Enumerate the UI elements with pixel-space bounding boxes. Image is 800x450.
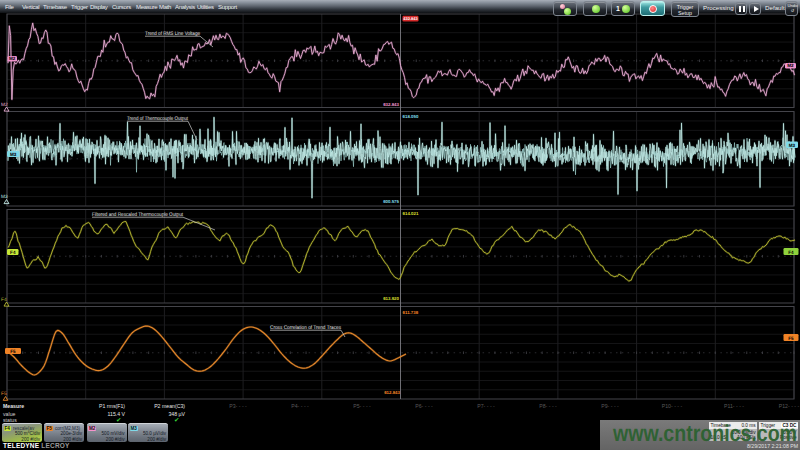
svg-text:632.843: 632.843 — [383, 102, 399, 107]
svg-text:F4: F4 — [10, 250, 16, 255]
svg-text:612.843: 612.843 — [384, 390, 400, 395]
svg-text:M2: M2 — [9, 56, 16, 61]
svg-text:M2: M2 — [787, 63, 794, 68]
svg-text:F5: F5 — [10, 349, 16, 354]
svg-text:F4: F4 — [788, 250, 794, 255]
svg-text:M3: M3 — [10, 152, 17, 157]
svg-text:618.050: 618.050 — [403, 114, 419, 119]
svg-text:F5: F5 — [1, 391, 7, 397]
svg-text:M3: M3 — [1, 194, 8, 200]
svg-text:613.920: 613.920 — [383, 296, 399, 301]
svg-text:M3: M3 — [789, 143, 796, 148]
svg-text:611.736: 611.736 — [403, 310, 419, 315]
svg-text:F5: F5 — [788, 336, 794, 341]
svg-text:432.843: 432.843 — [403, 16, 418, 21]
svg-text:614.021: 614.021 — [403, 211, 419, 216]
svg-text:600.575: 600.575 — [383, 199, 399, 204]
